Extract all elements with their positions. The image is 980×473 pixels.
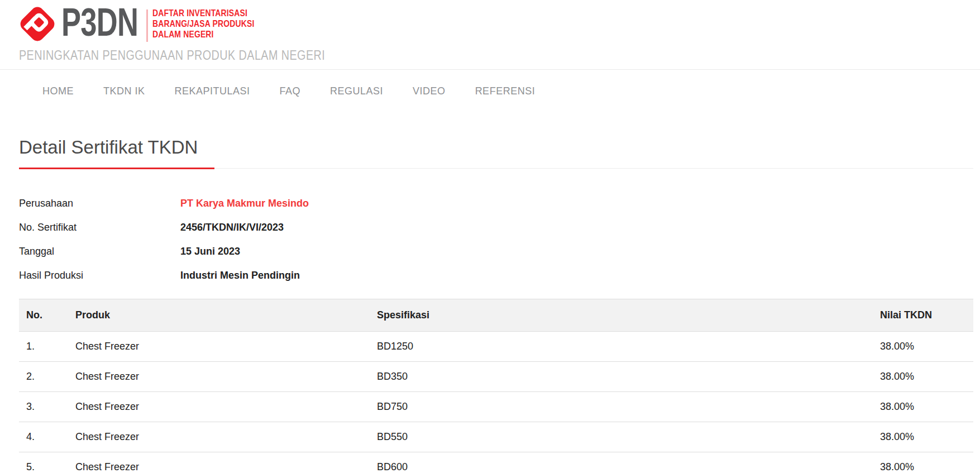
table-row: 4. Chest Freezer BD550 38.00% bbox=[19, 422, 973, 452]
products-table-body: 1. Chest Freezer BD1250 38.00% 2. Chest … bbox=[19, 332, 973, 473]
cell-no: 1. bbox=[19, 332, 68, 362]
products-table-header: No. Produk Spesifikasi Nilai TKDN bbox=[19, 299, 973, 332]
cell-nilai-tkdn: 38.00% bbox=[873, 332, 973, 362]
nav-item-tkdn-ik[interactable]: TKDN IK bbox=[103, 85, 145, 97]
table-header-row: No. Produk Spesifikasi Nilai TKDN bbox=[19, 299, 973, 332]
page-head: Detail Sertifikat TKDN bbox=[19, 136, 973, 169]
detail-row-perusahaan: Perusahaan PT Karya Makmur Mesindo bbox=[19, 198, 973, 209]
table-row: 2. Chest Freezer BD350 38.00% bbox=[19, 362, 973, 392]
table-row: 5. Chest Freezer BD600 38.00% bbox=[19, 452, 973, 473]
cell-spesifikasi: BD750 bbox=[370, 392, 873, 422]
table-row: 1. Chest Freezer BD1250 38.00% bbox=[19, 332, 973, 362]
cell-no: 5. bbox=[19, 452, 68, 473]
cell-spesifikasi: BD550 bbox=[370, 422, 873, 452]
cell-nilai-tkdn: 38.00% bbox=[873, 422, 973, 452]
detail-label: Perusahaan bbox=[19, 198, 180, 209]
cell-nilai-tkdn: 38.00% bbox=[873, 452, 973, 473]
date-value: 15 Juni 2023 bbox=[180, 246, 240, 257]
cell-no: 2. bbox=[19, 362, 68, 392]
nav-item-referensi[interactable]: REFERENSI bbox=[475, 85, 536, 97]
detail-row-hasil-produksi: Hasil Produksi Industri Mesin Pendingin bbox=[19, 270, 973, 281]
main-nav: HOME TKDN IK REKAPITULASI FAQ REGULASI V… bbox=[0, 70, 980, 109]
cell-spesifikasi: BD350 bbox=[370, 362, 873, 392]
cell-produk: Chest Freezer bbox=[68, 362, 370, 392]
nav-item-video[interactable]: VIDEO bbox=[413, 85, 446, 97]
title-underline bbox=[19, 168, 214, 169]
logo-diamond-shape bbox=[18, 4, 58, 44]
cell-produk: Chest Freezer bbox=[68, 392, 370, 422]
cell-produk: Chest Freezer bbox=[68, 332, 370, 362]
cell-no: 4. bbox=[19, 422, 68, 452]
cell-spesifikasi: BD600 bbox=[370, 452, 873, 473]
brand-tagline-line2: BARANG/JASA PRODUKSI bbox=[152, 18, 254, 29]
cell-produk: Chest Freezer bbox=[68, 452, 370, 473]
cell-produk: Chest Freezer bbox=[68, 422, 370, 452]
table-row: 3. Chest Freezer BD750 38.00% bbox=[19, 392, 973, 422]
certificate-details: Perusahaan PT Karya Makmur Mesindo No. S… bbox=[19, 198, 973, 281]
header-produk: Produk bbox=[68, 299, 370, 332]
detail-row-no-sertifikat: No. Sertifikat 2456/TKDN/IK/VI/2023 bbox=[19, 222, 973, 233]
certificate-number-value: 2456/TKDN/IK/VI/2023 bbox=[180, 222, 284, 233]
main-content: Detail Sertifikat TKDN Perusahaan PT Kar… bbox=[0, 136, 980, 473]
page-title: Detail Sertifikat TKDN bbox=[19, 136, 973, 159]
detail-row-tanggal: Tanggal 15 Juni 2023 bbox=[19, 246, 973, 257]
cell-nilai-tkdn: 38.00% bbox=[873, 362, 973, 392]
detail-label: No. Sertifikat bbox=[19, 222, 180, 233]
brand-tagline: DAFTAR INVENTARISASI BARANG/JASA PRODUKS… bbox=[152, 8, 254, 40]
company-name-value: PT Karya Makmur Mesindo bbox=[180, 198, 309, 209]
brand-divider bbox=[146, 9, 148, 42]
production-result-value: Industri Mesin Pendingin bbox=[180, 270, 300, 281]
cell-nilai-tkdn: 38.00% bbox=[873, 392, 973, 422]
nav-item-rekapitulasi[interactable]: REKAPITULASI bbox=[175, 85, 250, 97]
brand-tagline-line1: DAFTAR INVENTARISASI bbox=[152, 8, 254, 18]
products-table: No. Produk Spesifikasi Nilai TKDN 1. Che… bbox=[19, 299, 973, 473]
header-nilai-tkdn: Nilai TKDN bbox=[873, 299, 973, 332]
nav-item-regulasi[interactable]: REGULASI bbox=[330, 85, 383, 97]
brand-tagline-line3: DALAM NEGERI bbox=[152, 29, 254, 40]
nav-item-faq[interactable]: FAQ bbox=[280, 85, 301, 97]
header-spesifikasi: Spesifikasi bbox=[370, 299, 873, 332]
brand-subtitle: PENINGKATAN PENGGUNAAN PRODUK DALAM NEGE… bbox=[19, 48, 325, 63]
site-header: P3DN DAFTAR INVENTARISASI BARANG/JASA PR… bbox=[0, 0, 980, 70]
logo-link[interactable]: P3DN DAFTAR INVENTARISASI BARANG/JASA PR… bbox=[0, 0, 262, 67]
cell-spesifikasi: BD1250 bbox=[370, 332, 873, 362]
detail-label: Hasil Produksi bbox=[19, 270, 180, 281]
nav-item-home[interactable]: HOME bbox=[42, 85, 74, 97]
cell-no: 3. bbox=[19, 392, 68, 422]
header-no: No. bbox=[19, 299, 68, 332]
detail-label: Tanggal bbox=[19, 246, 180, 257]
p3dn-logo-icon bbox=[18, 4, 57, 44]
logo-wordmark: P3DN bbox=[61, 0, 138, 45]
